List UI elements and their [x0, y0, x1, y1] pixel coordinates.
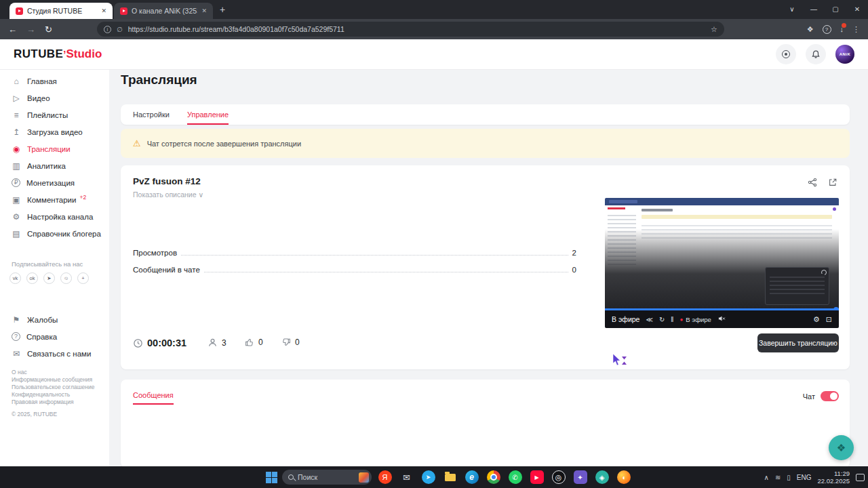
browser-menu-kebab-icon[interactable]: ⋮ — [852, 25, 860, 34]
notifications-button[interactable] — [806, 44, 826, 64]
sidebar-item-help[interactable]: ?Справка — [0, 328, 109, 345]
sidebar-item-contact[interactable]: ✉Связаться с нами — [0, 345, 109, 362]
footer-link-terms[interactable]: Пользовательское соглашение — [12, 384, 105, 391]
taskbar-app-yandex[interactable]: Я — [376, 468, 393, 486]
fullscreen-icon[interactable]: ⊡ — [826, 315, 832, 324]
ok-icon[interactable]: ok — [26, 272, 38, 284]
close-window-icon[interactable]: ✕ — [846, 0, 868, 19]
sidebar-item-analytics[interactable]: ▥Аналитика — [0, 157, 109, 174]
stat-label: Сообщений в чате — [133, 266, 200, 274]
tab-muted-icon[interactable]: ∅ — [117, 26, 123, 33]
refresh-icon[interactable]: ↻ — [45, 24, 52, 35]
bookmark-star-icon[interactable]: ☆ — [711, 25, 717, 34]
taskbar-app-whatsapp[interactable]: ✆ — [507, 468, 524, 486]
subscribe-label: Подписывайтесь на нас — [12, 260, 83, 268]
taskbar-app-obs[interactable]: ◎ — [550, 468, 567, 486]
preview-logo — [608, 207, 625, 209]
sidebar-item-complaints[interactable]: ⚑Жалобы — [0, 311, 109, 328]
forward-icon[interactable]: → — [26, 24, 35, 35]
footer-link-info[interactable]: Информационные сообщения — [12, 376, 105, 384]
footer-link-privacy[interactable]: Конфиденциальность — [12, 391, 105, 399]
tab-settings[interactable]: Настройки — [133, 104, 170, 125]
taskbar-app-chrome[interactable] — [485, 468, 502, 486]
back-icon[interactable]: ← — [8, 24, 17, 35]
close-tab-icon[interactable]: ✕ — [101, 7, 106, 14]
sidebar-item-upload[interactable]: ↥Загрузка видео — [0, 123, 109, 140]
feedback-widget-button[interactable]: ❖ — [829, 435, 854, 460]
studio-header: RUTUBE ’ Studio ANiK — [0, 39, 868, 70]
dzen-icon[interactable]: ☺ — [60, 272, 72, 284]
taskbar-app-edge[interactable]: e — [463, 468, 480, 486]
user-avatar[interactable]: ANiK — [835, 45, 854, 64]
sidebar-item-home[interactable]: ⌂Главная — [0, 73, 109, 89]
taskbar-search[interactable]: Поиск — [282, 470, 372, 485]
downloads-icon[interactable]: ↓ — [840, 25, 844, 33]
stream-likes[interactable]: 0 — [245, 338, 263, 347]
footer-link-legal[interactable]: Правовая информация — [12, 399, 105, 406]
battery-icon[interactable]: ▯ — [787, 474, 791, 481]
browser-toolbar: ← → ↻ i ∅ https://studio.rutube.ru/strea… — [0, 19, 868, 39]
browser-tab-channel[interactable]: О канале ANiK (32532702) на Р ✕ — [114, 3, 213, 19]
show-description-toggle[interactable]: Показать описание ∨ — [133, 190, 203, 199]
sidebar-secondary: ⚑Жалобы ?Справка ✉Связаться с нами — [0, 311, 109, 362]
taskbar-app-telegram[interactable]: ➤ — [420, 468, 437, 486]
end-stream-button[interactable]: Завершить трансляцию — [757, 333, 839, 352]
tab-list-chevron-icon[interactable]: ∨ — [781, 0, 803, 19]
sidebar-item-channel-settings[interactable]: ⚙Настройка канала — [0, 208, 109, 225]
sidebar-item-blogger-guide[interactable]: ▤Справочник блогера — [0, 225, 109, 242]
new-tab-button[interactable]: + — [220, 4, 225, 15]
chat-toggle[interactable] — [821, 391, 839, 401]
site-info-icon[interactable]: i — [104, 26, 111, 33]
player-live-label: В эфире — [612, 315, 639, 323]
taskbar-app-rutube[interactable]: ▶ — [528, 468, 545, 486]
analytics-icon: ▥ — [12, 161, 21, 171]
sidebar-item-video[interactable]: ▷Видео — [0, 89, 109, 106]
vk-icon[interactable]: vk — [9, 272, 21, 284]
close-tab-icon[interactable]: ✕ — [201, 7, 207, 14]
tab-messages[interactable]: Сообщения — [133, 391, 174, 405]
muted-speaker-icon[interactable] — [717, 313, 726, 325]
taskbar-clock[interactable]: 11:29 22.02.2025 — [817, 470, 850, 485]
wifi-icon[interactable]: ≋ — [775, 474, 781, 481]
clock-time: 11:29 — [817, 470, 850, 477]
sidebar-item-label: Монетизация — [26, 179, 75, 187]
rutube-studio-logo[interactable]: RUTUBE ’ Studio — [14, 47, 102, 61]
sidebar-item-label: Аналитика — [27, 162, 66, 170]
language-indicator[interactable]: ENG — [797, 474, 812, 481]
warning-icon: ⚠ — [133, 138, 141, 148]
browser-tab-studio[interactable]: Студия RUTUBE ✕ — [9, 3, 113, 19]
tab-management[interactable]: Управление — [187, 104, 229, 125]
taskbar-app-explorer[interactable] — [441, 468, 458, 486]
more-socials-icon[interactable]: + — [77, 272, 89, 284]
sidebar-item-streams[interactable]: ◉Трансляции — [0, 140, 109, 157]
telegram-icon[interactable]: ➤ — [43, 272, 55, 284]
replay-icon[interactable]: ↻ — [659, 316, 665, 323]
skip-back-icon[interactable]: ≪ — [646, 316, 652, 323]
help-icon[interactable]: ? — [823, 25, 831, 34]
sidebar-item-monetization[interactable]: ₽Монетизация — [0, 174, 109, 191]
taskbar-app-mail[interactable]: ✉ — [398, 468, 415, 486]
taskbar-app-firefox[interactable]: ◖ — [615, 468, 632, 486]
share-icon[interactable] — [808, 178, 817, 190]
taskbar-app-purple[interactable]: ✦ — [572, 468, 589, 486]
maximize-window-icon[interactable]: ▢ — [825, 0, 846, 19]
tray-chevron-up-icon[interactable]: ∧ — [764, 474, 769, 481]
url-bar[interactable]: i ∅ https://studio.rutube.ru/stream/b3fa… — [97, 22, 724, 37]
notification-center-icon[interactable] — [856, 474, 865, 481]
taskbar-app-teal[interactable]: ◈ — [593, 468, 610, 486]
stream-dislikes[interactable]: 0 — [281, 338, 300, 347]
question-icon: ? — [12, 332, 20, 341]
sidebar-item-playlists[interactable]: ≡Плейлисты — [0, 106, 109, 123]
external-link-icon[interactable] — [828, 178, 837, 190]
minimize-window-icon[interactable]: — — [803, 0, 825, 19]
create-stream-button[interactable] — [776, 44, 796, 64]
player-settings-gear-icon[interactable]: ⚙ — [813, 315, 820, 324]
chevron-down-icon: ∨ — [198, 190, 203, 199]
pause-icon[interactable]: ‖ — [671, 316, 673, 323]
stream-preview-player[interactable]: В эфире ≪ ↻ ‖ ●В эфире ⚙ ⊡ — [605, 198, 839, 328]
extensions-icon[interactable]: ❖ — [807, 25, 814, 34]
footer-link-about[interactable]: О нас — [12, 369, 105, 376]
start-button[interactable] — [266, 472, 277, 483]
warning-text: Чат сотрется после завершения трансляции — [147, 140, 301, 148]
sidebar-item-comments[interactable]: ▣Комментарии+2 — [0, 191, 109, 208]
